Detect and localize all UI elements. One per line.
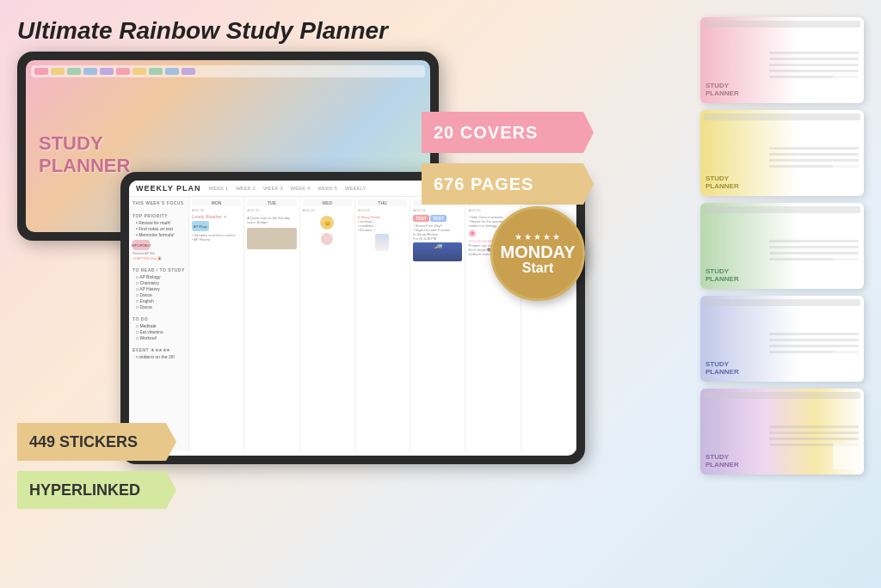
weather-note: Lovely Weather ☀ <box>192 214 241 219</box>
banner-covers: 20 COVERS <box>422 112 594 153</box>
todo-item-2: □ Eat vitamins <box>132 329 185 335</box>
badge-stars: ★★★★★ <box>514 232 562 242</box>
line-3 <box>769 438 859 440</box>
tab-week5[interactable]: WEEK 5 <box>315 185 340 192</box>
thumb-1-nav <box>704 21 860 28</box>
study-planner-label: STUDYPLANNER <box>39 132 130 178</box>
tab-weekly[interactable]: WEEKLY <box>342 185 369 192</box>
todo-section: TO DO □ Meditate □ Eat vitamins □ Workou… <box>132 316 185 341</box>
line-1 <box>769 52 859 54</box>
thumb-4-box <box>833 351 859 377</box>
tab-week4[interactable]: WEEK 4 <box>288 185 313 192</box>
thumbnail-1[interactable]: STUDYPLANNER <box>700 17 864 103</box>
nav-dot-7 <box>132 68 146 75</box>
thumb-4-nav <box>704 299 860 306</box>
nav-dot-6 <box>116 68 130 75</box>
line-3 <box>769 64 859 66</box>
read-item-2: □ Chemistry <box>132 280 185 286</box>
thumb-4-inner: STUDYPLANNER <box>700 296 864 382</box>
read-item-6: □ Dance <box>132 304 185 310</box>
test-stickers: TEST TEST <box>413 215 462 222</box>
day-tue-header: TUE <box>247 199 296 206</box>
left-sidebar: THIS WEEK'S FOCUS TOP PRIORITY • Review … <box>129 197 189 451</box>
line-1 <box>769 147 859 150</box>
todo-item-1: □ Meditate <box>132 323 185 329</box>
line-2 <box>769 58 859 60</box>
priority-section: TOP PRIORITY • Review for math! • Find n… <box>132 213 185 261</box>
thu-decorative <box>375 234 389 251</box>
weekly-plan-title: WEEKLY PLAN <box>136 184 201 193</box>
banner-pages: 676 PAGES <box>422 163 594 205</box>
right-sidebar: STUDYPLANNER STUDYPLANNER <box>700 17 872 475</box>
day-thu-header: THU <box>358 199 407 206</box>
day-mon-header: MON <box>192 199 241 206</box>
day-wed: WED AUG 22 😊 <box>300 197 355 451</box>
test-sticker-2: TEST <box>430 215 447 222</box>
thumb-2-inner: STUDYPLANNER <box>700 110 864 196</box>
event-section: EVENT ★★★★★ • midterm on the 28! <box>132 347 185 360</box>
pages-label: 676 PAGES <box>434 175 533 194</box>
line-1 <box>769 333 859 335</box>
banner-stickers: 449 STICKERS <box>17 423 176 461</box>
thumb-1-box <box>833 72 859 98</box>
covers-label: 20 COVERS <box>434 123 538 143</box>
thumb-2-nav <box>704 113 860 120</box>
nav-dot-4 <box>83 68 97 75</box>
monday-badge: ★★★★★ MONDAY Start <box>490 206 585 301</box>
nav-dot-1 <box>34 68 48 75</box>
face-circle <box>321 233 333 245</box>
mon-task-2: • AP History <box>192 237 241 242</box>
line-2 <box>769 246 859 248</box>
fri-time: For @ 4:30 PM <box>413 236 462 241</box>
nav-dot-2 <box>51 68 65 75</box>
read-item-1: □ AP Biology <box>132 274 185 280</box>
event-item: • midterm on the 28! <box>132 354 185 360</box>
nav-dot-3 <box>67 68 81 75</box>
hyperlinked-label: HYPERLINKED <box>29 481 140 499</box>
day-tue: TUE AUG 21 A Quick note on the Sunday is… <box>244 197 299 451</box>
day-fri: FRI AUG 24 TEST TEST • Stress-Free Day!!… <box>410 197 465 451</box>
line-3 <box>769 159 859 162</box>
focus-title: THIS WEEK'S FOCUS <box>132 200 185 205</box>
day-wed-header: WED <box>303 199 352 206</box>
tab-week1[interactable]: WEEK 1 <box>206 185 231 192</box>
focus-section: THIS WEEK'S FOCUS <box>132 200 185 207</box>
sticker-chatting: CHATTING Day 🎉 <box>132 256 185 260</box>
read-section: TO READ / TO STUDY □ AP Biology □ Chemis… <box>132 267 185 310</box>
nav-dot-5 <box>100 68 114 75</box>
thumbnail-2[interactable]: STUDYPLANNER <box>700 110 864 196</box>
thumb-1-label: STUDYPLANNER <box>705 82 739 98</box>
thu-habit-3: • Routine □ <box>358 228 407 232</box>
thumb-5-box <box>833 444 859 469</box>
todo-title: TO DO <box>132 316 185 322</box>
tue-image <box>247 228 296 249</box>
tab-week2[interactable]: WEEK 2 <box>233 185 258 192</box>
read-title: TO READ / TO STUDY <box>132 267 185 273</box>
thumb-5-inner: STUDYPLANNER <box>700 389 864 475</box>
todo-item-3: □ Workout! <box>132 335 185 341</box>
thumbnail-4[interactable]: STUDYPLANNER <box>700 296 864 382</box>
badge-monday: MONDAY <box>500 243 575 260</box>
thumbnail-5[interactable]: STUDYPLANNER <box>700 389 864 475</box>
day-mon: MON AUG 20 Lovely Weather ☀ AP Blogs • S… <box>189 197 244 451</box>
line-2 <box>769 153 859 156</box>
ap-blogs-sticker: AP Blogs <box>192 221 209 231</box>
banner-hyperlinked: HYPERLINKED <box>17 471 176 509</box>
badge-start: Start <box>522 260 553 276</box>
nav-bar-top <box>31 65 425 77</box>
nav-dot-9 <box>165 68 179 75</box>
line-2 <box>769 339 859 341</box>
thumb-3-nav <box>704 206 860 213</box>
weekly-plan-tabs: WEEK 1 WEEK 2 WEEK 3 WEEK 4 WEEK 5 WEEKL… <box>206 185 369 192</box>
stickers-label: 449 STICKERS <box>29 433 138 451</box>
sticker-ap-biology: IMPORTANT <box>132 240 150 250</box>
day-thu: THU AUG 23 8 Sleep Goals • workout □ • m… <box>355 197 410 451</box>
read-item-3: □ AP History <box>132 286 185 292</box>
fri-image: 🌙🏙️ <box>413 242 462 261</box>
thumb-2-label: STUDYPLANNER <box>705 175 739 191</box>
thumb-3-box <box>833 258 859 284</box>
thumbnail-3[interactable]: STUDYPLANNER <box>700 203 864 289</box>
nav-dot-10 <box>182 68 195 75</box>
read-item-4: □ Dance <box>132 292 185 298</box>
tab-week3[interactable]: WEEK 3 <box>261 185 286 192</box>
